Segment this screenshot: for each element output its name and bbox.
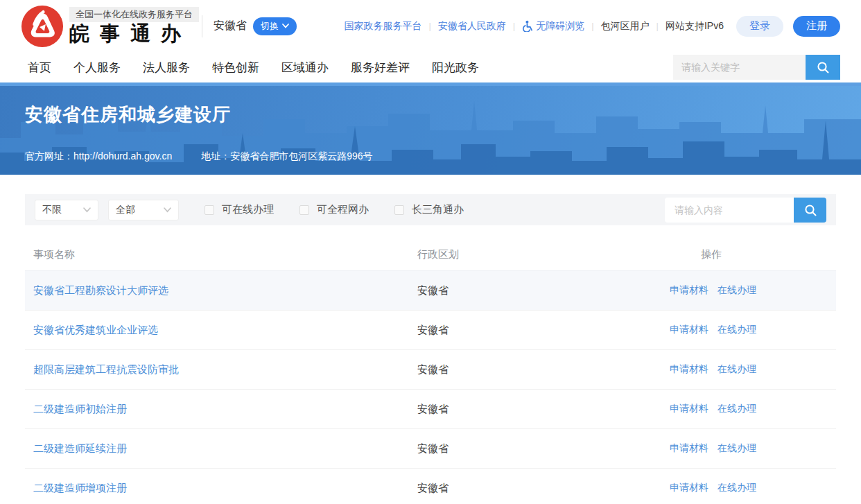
checkbox-icon: [205, 205, 214, 215]
link-ipv6[interactable]: 网站支持IPv6: [666, 20, 724, 33]
handle-online-link[interactable]: 在线办理: [718, 482, 756, 494]
search-icon: [816, 60, 830, 74]
service-item-link[interactable]: 二级建造师初始注册: [33, 403, 127, 415]
banner-content: 安徽省住房和城乡建设厅 官方网址：http://dohurd.ah.gov.cn…: [0, 86, 861, 163]
nav-item-regional[interactable]: 区域通办: [281, 60, 329, 76]
header-quick-links: 国家政务服务平台 | 安徽省人民政府 | 无障碍浏览 | 包河区用户 | 网站支…: [344, 20, 724, 33]
service-item-link[interactable]: 超限高层建筑工程抗震设防审批: [33, 363, 179, 375]
service-region: 安徽省: [413, 284, 670, 297]
site-search-button[interactable]: [806, 55, 840, 80]
col-header-action: 操作: [670, 248, 836, 261]
top-header: 全国一体化在线政务服务平台 皖事通办 安徽省 切换 国家政务服务平台 | 安徽省…: [0, 0, 861, 52]
table-header-row: 事项名称 行政区划 操作: [25, 239, 836, 270]
table-row: 二级建造师增项注册 安徽省 申请材料 在线办理: [25, 468, 836, 504]
table-row: 安徽省优秀建筑业企业评选 安徽省 申请材料 在线办理: [25, 310, 836, 349]
main-nav: 首页 个人服务 法人服务 特色创新 区域通办 服务好差评 阳光政务: [0, 52, 861, 82]
service-item-link[interactable]: 二级建造师延续注册: [33, 442, 127, 454]
apply-materials-link[interactable]: 申请材料: [670, 284, 708, 297]
apply-materials-link[interactable]: 申请材料: [670, 442, 708, 455]
list-search: [665, 198, 826, 223]
table-row: 超限高层建筑工程抗震设防审批 安徽省 申请材料 在线办理: [25, 349, 836, 389]
site-logo-icon: [21, 5, 64, 48]
nav-item-legal-person[interactable]: 法人服务: [143, 60, 190, 76]
handle-online-link[interactable]: 在线办理: [718, 324, 756, 336]
nav-item-innovation[interactable]: 特色创新: [212, 60, 259, 76]
department-title: 安徽省住房和城乡建设厅: [25, 103, 836, 127]
apply-materials-link[interactable]: 申请材料: [670, 403, 708, 415]
chevron-down-icon: [282, 24, 289, 28]
table-row: 二级建造师延续注册 安徽省 申请材料 在线办理: [25, 428, 836, 468]
service-items-table: 事项名称 行政区划 操作 安徽省工程勘察设计大师评选 安徽省 申请材料 在线办理…: [25, 239, 836, 504]
handle-online-link[interactable]: 在线办理: [718, 284, 756, 297]
logo-text: 全国一体化在线政务服务平台 皖事通办: [69, 7, 199, 45]
checkbox-icon: [394, 205, 404, 215]
search-icon: [803, 203, 817, 217]
service-item-link[interactable]: 安徽省优秀建筑业企业评选: [33, 324, 158, 336]
list-search-input[interactable]: [665, 198, 794, 223]
site-search: [673, 55, 840, 80]
checkbox-full-online[interactable]: 可全程网办: [299, 203, 369, 216]
link-national-platform[interactable]: 国家政务服务平台: [344, 20, 421, 33]
nav-item-service-rating[interactable]: 服务好差评: [351, 60, 410, 76]
link-separator: |: [656, 21, 659, 31]
scope-select[interactable]: 不限: [35, 200, 98, 220]
register-button[interactable]: 注册: [793, 16, 840, 37]
region-switch-button[interactable]: 切换: [253, 17, 297, 35]
service-region: 安徽省: [413, 403, 670, 416]
chevron-down-icon: [83, 207, 91, 213]
department-meta: 官方网址：http://dohurd.ah.gov.cn 地址：安徽省合肥市包河…: [25, 150, 836, 163]
login-button[interactable]: 登录: [736, 16, 783, 37]
current-region-label: 安徽省: [214, 19, 247, 33]
department-banner: 安徽省住房和城乡建设厅 官方网址：http://dohurd.ah.gov.cn…: [0, 86, 861, 175]
type-select[interactable]: 全部: [108, 200, 179, 220]
link-separator: |: [428, 21, 430, 31]
service-item-link[interactable]: 安徽省工程勘察设计大师评选: [33, 284, 168, 296]
apply-materials-link[interactable]: 申请材料: [670, 324, 708, 336]
nav-items: 首页 个人服务 法人服务 特色创新 区域通办 服务好差评 阳光政务: [28, 60, 479, 76]
link-separator: |: [591, 21, 593, 31]
wheelchair-icon: [522, 20, 534, 32]
checkbox-online-available[interactable]: 可在线办理: [205, 203, 274, 216]
site-name: 皖事通办: [69, 23, 199, 45]
department-website: 官方网址：http://dohurd.ah.gov.cn: [25, 150, 172, 163]
service-region: 安徽省: [413, 324, 670, 337]
handle-online-link[interactable]: 在线办理: [718, 403, 756, 415]
table-row: 安徽省工程勘察设计大师评选 安徽省 申请材料 在线办理: [25, 270, 836, 310]
apply-materials-link[interactable]: 申请材料: [670, 363, 708, 376]
platform-tag: 全国一体化在线政务服务平台: [69, 7, 199, 22]
checkbox-yangtze-delta[interactable]: 长三角通办: [394, 203, 464, 216]
apply-materials-link[interactable]: 申请材料: [670, 482, 708, 494]
col-header-name: 事项名称: [25, 248, 413, 261]
service-region: 安徽省: [413, 363, 670, 376]
table-row: 二级建造师初始注册 安徽省 申请材料 在线办理: [25, 389, 836, 428]
link-baohe-user[interactable]: 包河区用户: [601, 20, 650, 33]
main-content: 不限 全部 可在线办理 可全程网办 长三角通办: [25, 194, 836, 504]
filter-bar: 不限 全部 可在线办理 可全程网办 长三角通办: [25, 194, 836, 225]
checkbox-icon: [299, 205, 309, 215]
service-region: 安徽省: [413, 482, 670, 495]
department-address: 地址：安徽省合肥市包河区紫云路996号: [201, 150, 372, 163]
handle-online-link[interactable]: 在线办理: [718, 363, 756, 376]
region-switcher: 安徽省 切换: [214, 17, 297, 35]
link-separator: |: [513, 21, 515, 31]
list-search-button[interactable]: [794, 198, 826, 223]
nav-item-home[interactable]: 首页: [28, 60, 51, 76]
col-header-region: 行政区划: [413, 248, 670, 261]
nav-item-personal[interactable]: 个人服务: [73, 60, 121, 76]
handle-online-link[interactable]: 在线办理: [718, 442, 756, 455]
link-anhui-gov[interactable]: 安徽省人民政府: [438, 20, 506, 33]
service-region: 安徽省: [413, 442, 670, 455]
link-accessibility[interactable]: 无障碍浏览: [522, 20, 584, 33]
service-item-link[interactable]: 二级建造师增项注册: [33, 482, 127, 494]
nav-item-sunshine-gov[interactable]: 阳光政务: [432, 60, 479, 76]
header-divider: [202, 15, 202, 37]
site-search-input[interactable]: [673, 55, 806, 80]
chevron-down-icon: [164, 207, 171, 213]
